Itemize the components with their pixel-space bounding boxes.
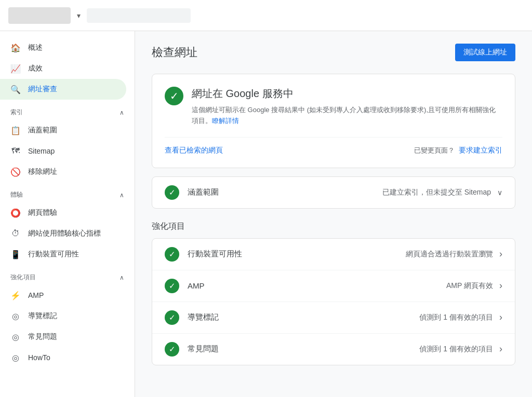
sidebar-item-removals[interactable]: 🚫 移除網址 xyxy=(0,161,126,182)
page-title: 檢查網址 xyxy=(152,45,197,60)
sidebar-item-core-web-vitals[interactable]: ⏱ 網站使用體驗核心指標 xyxy=(0,223,126,244)
sidebar-item-amp[interactable]: ⚡ AMP xyxy=(0,285,126,306)
enhancement-name: 行動裝置可用性 xyxy=(188,249,242,259)
learn-more-link[interactable]: 瞭解詳情 xyxy=(212,117,239,125)
sidebar-section-experience[interactable]: 體驗 ∧ xyxy=(0,182,135,202)
sitemap-icon: 🗺 xyxy=(10,146,21,156)
enhancement-name: 導覽標記 xyxy=(188,312,219,322)
sidebar-section-label: 索引 xyxy=(10,108,23,117)
sidebar-item-label: 涵蓋範圍 xyxy=(28,126,57,135)
status-header: ✓ 網址在 Google 服務中 這個網址可顯示在 Google 搜尋結果中 (… xyxy=(165,87,502,127)
sidebar-item-label: AMP xyxy=(28,291,44,299)
logo xyxy=(8,7,71,24)
enhancement-right: 偵測到 1 個有效的項目 › xyxy=(419,344,502,354)
chevron-right-icon: › xyxy=(499,312,502,323)
sidebar-section-enhancements[interactable]: 強化項目 ∧ xyxy=(0,265,135,285)
status-text-block: 網址在 Google 服務中 這個網址可顯示在 Google 搜尋結果中 (如未… xyxy=(192,87,502,127)
sidebar-item-breadcrumbs[interactable]: ◎ 導覽標記 xyxy=(0,306,126,326)
status-card: ✓ 網址在 Google 服務中 這個網址可顯示在 Google 搜尋結果中 (… xyxy=(152,74,515,168)
status-footer: 查看已檢索的網頁 已變更頁面？ 要求建立索引 xyxy=(165,137,502,155)
coverage-card[interactable]: ✓ 涵蓋範圍 已建立索引，但未提交至 Sitemap ∨ xyxy=(152,176,515,209)
sidebar-item-overview[interactable]: 🏠 概述 xyxy=(0,37,126,58)
core-vitals-icon: ⏱ xyxy=(10,228,21,239)
enhancement-left: ✓ 常見問題 xyxy=(165,342,219,357)
enhancements-section: 強化項目 ✓ 行動裝置可用性 網頁適合透過行動裝置瀏覽 › ✓ AMP xyxy=(152,221,515,365)
sidebar-item-label: 行動裝置可用性 xyxy=(28,250,79,259)
enhancement-check-icon: ✓ xyxy=(165,247,179,262)
chevron-up-icon: ∧ xyxy=(119,109,124,116)
view-indexed-page-link[interactable]: 查看已檢索的網頁 xyxy=(165,146,223,155)
coverage-label: 涵蓋範圍 xyxy=(188,187,219,197)
sidebar-section-label: 體驗 xyxy=(10,190,23,199)
status-check-icon: ✓ xyxy=(165,87,183,105)
request-indexing-link[interactable]: 要求建立索引 xyxy=(459,146,502,155)
sidebar-item-label: 網頁體驗 xyxy=(28,208,57,217)
chevron-down-icon: ∨ xyxy=(497,188,502,197)
sidebar-item-label: HowTo xyxy=(28,353,50,362)
enhancement-status: 偵測到 1 個有效的項目 xyxy=(419,345,493,354)
sidebar-item-label: Sitemap xyxy=(28,147,55,155)
dropdown-chevron[interactable]: ▾ xyxy=(77,11,81,20)
sidebar-item-sitemap[interactable]: 🗺 Sitemap xyxy=(0,141,126,161)
status-description: 這個網址可顯示在 Google 搜尋結果中 (如未受到專人介入處理或收到移除要求… xyxy=(192,105,502,127)
enhancement-check-icon: ✓ xyxy=(165,279,179,293)
coverage-left: ✓ 涵蓋範圍 xyxy=(165,185,219,200)
enhancement-left: ✓ 導覽標記 xyxy=(165,310,219,325)
chevron-up-icon: ∧ xyxy=(119,274,124,281)
enhancements-section-title: 強化項目 xyxy=(152,221,515,232)
faq-icon: ◎ xyxy=(10,332,21,342)
coverage-status: 已建立索引，但未提交至 Sitemap xyxy=(382,188,491,197)
enhancement-left: ✓ 行動裝置可用性 xyxy=(165,247,242,262)
enhancement-right: 網頁適合透過行動裝置瀏覽 › xyxy=(406,249,502,259)
sidebar-item-page-experience[interactable]: ⭕ 網頁體驗 xyxy=(0,202,126,223)
enhancement-name: 常見問題 xyxy=(188,344,219,354)
enhancement-status: 網頁適合透過行動裝置瀏覽 xyxy=(406,250,493,259)
page-experience-icon: ⭕ xyxy=(10,208,21,218)
sidebar-item-url-inspection[interactable]: 🔍 網址審查 xyxy=(0,79,126,100)
sidebar-item-coverage[interactable]: 📋 涵蓋範圍 xyxy=(0,120,126,141)
top-bar: ▾ xyxy=(0,0,532,31)
enhancement-check-icon: ✓ xyxy=(165,310,179,325)
page-header: 檢查網址 測試線上網址 xyxy=(152,44,515,61)
amp-icon: ⚡ xyxy=(10,290,21,300)
mobile-icon: 📱 xyxy=(10,249,21,259)
chevron-right-icon: › xyxy=(499,249,502,259)
remove-icon: 🚫 xyxy=(10,167,21,177)
enhancement-item-faq[interactable]: ✓ 常見問題 偵測到 1 個有效的項目 › xyxy=(152,334,515,365)
coverage-right: 已建立索引，但未提交至 Sitemap ∨ xyxy=(382,188,502,197)
enhancement-status: 偵測到 1 個有效的項目 xyxy=(419,313,493,322)
status-title: 網址在 Google 服務中 xyxy=(192,87,502,101)
sidebar-section-label: 強化項目 xyxy=(10,273,36,282)
sidebar-item-label: 移除網址 xyxy=(28,167,57,176)
sidebar-item-howto[interactable]: ◎ HowTo xyxy=(0,347,126,368)
test-live-url-button[interactable]: 測試線上網址 xyxy=(455,44,515,61)
sidebar-item-label: 網站使用體驗核心指標 xyxy=(28,229,101,238)
coverage-icon: 📋 xyxy=(10,125,21,135)
enhancement-item-amp[interactable]: ✓ AMP AMP 網頁有效 › xyxy=(152,270,515,302)
enhancement-status: AMP 網頁有效 xyxy=(446,281,493,291)
status-footer-right: 已變更頁面？ 要求建立索引 xyxy=(414,146,502,155)
changed-page-text: 已變更頁面？ xyxy=(414,146,455,155)
main-content: 檢查網址 測試線上網址 ✓ 網址在 Google 服務中 這個網址可顯示在 Go… xyxy=(135,31,532,397)
sidebar-item-label: 概述 xyxy=(28,43,43,52)
chevron-right-icon: › xyxy=(499,280,502,291)
sidebar-item-label: 導覽標記 xyxy=(28,311,57,321)
enhancement-check-icon: ✓ xyxy=(165,342,179,357)
enhancement-name: AMP xyxy=(188,281,205,290)
enhancement-item-mobile[interactable]: ✓ 行動裝置可用性 網頁適合透過行動裝置瀏覽 › xyxy=(152,239,515,270)
breadcrumbs-icon: ◎ xyxy=(10,311,21,321)
sidebar: 🏠 概述 📈 成效 🔍 網址審查 索引 ∧ 📋 涵蓋範圍 🗺 Sitemap xyxy=(0,31,135,397)
home-icon: 🏠 xyxy=(10,43,21,53)
howto-icon: ◎ xyxy=(10,352,21,363)
chevron-right-icon: › xyxy=(499,344,502,354)
sidebar-item-label: 成效 xyxy=(28,64,43,73)
sidebar-item-label: 網址審查 xyxy=(28,85,57,94)
enhancement-right: AMP 網頁有效 › xyxy=(446,280,502,291)
sidebar-item-performance[interactable]: 📈 成效 xyxy=(0,58,126,79)
enhancement-item-breadcrumbs[interactable]: ✓ 導覽標記 偵測到 1 個有效的項目 › xyxy=(152,302,515,334)
sidebar-item-mobile-usability[interactable]: 📱 行動裝置可用性 xyxy=(0,244,126,265)
property-selector[interactable] xyxy=(87,8,191,23)
sidebar-item-faq[interactable]: ◎ 常見問題 xyxy=(0,326,126,347)
chevron-up-icon: ∧ xyxy=(119,191,124,199)
sidebar-section-index[interactable]: 索引 ∧ xyxy=(0,100,135,120)
